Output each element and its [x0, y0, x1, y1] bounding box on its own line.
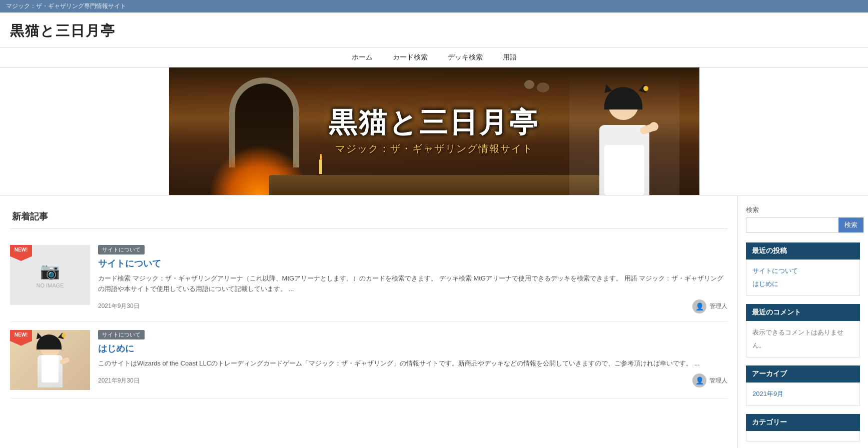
- content-area: 新着記事 NEW! 📷 NO IMAGE サイトについて サイトについて カード…: [0, 196, 868, 448]
- author-avatar-1: 👤: [692, 300, 706, 314]
- site-title-area: 黒猫と三日月亭: [0, 12, 868, 48]
- sidebar-archives: アーカイブ 2021年9月: [746, 366, 860, 406]
- hero-banner-subtitle: マジック：ザ・ギャザリング情報サイト: [335, 142, 533, 156]
- recent-posts-header: 最近の投稿: [746, 242, 860, 260]
- main-navigation: ホーム カード検索 デッキ検索 用語: [0, 48, 868, 68]
- archives-header: アーカイブ: [746, 366, 860, 382]
- author-avatar-2: 👤: [692, 374, 706, 388]
- sidebar-search-section: 検索 検索: [746, 206, 860, 232]
- article-author-1: 👤 管理人: [692, 300, 727, 314]
- categories-header: カテゴリー: [746, 414, 860, 431]
- nav-glossary[interactable]: 用語: [503, 53, 517, 62]
- archive-0[interactable]: 2021年9月: [752, 388, 853, 400]
- search-input[interactable]: [746, 218, 838, 232]
- recent-post-0[interactable]: サイトについて: [752, 264, 853, 278]
- sidebar-recent-comments: 最近のコメント 表示できるコメントはありません。: [746, 304, 860, 358]
- site-title: 黒猫と三日月亭: [10, 22, 858, 40]
- article-meta-1: 2021年9月30日 👤 管理人: [98, 300, 727, 314]
- article-excerpt-2: このサイトはWizards of the Coast LLCのトレーディングカー…: [98, 358, 727, 369]
- camera-icon: 📷: [40, 262, 60, 280]
- article-author-2: 👤 管理人: [692, 374, 727, 388]
- recent-comments-body: 表示できるコメントはありません。: [746, 321, 860, 358]
- article-card-2: NEW!: [10, 322, 727, 398]
- article-category-1: サイトについて: [98, 245, 145, 254]
- search-button[interactable]: 検索: [838, 218, 863, 232]
- article-excerpt-1: カード検索 マジック：ザ・ギャザリングアリーナ（これ以降、MtGアリーナとします…: [98, 274, 727, 294]
- recent-post-1[interactable]: はじめに: [752, 278, 853, 290]
- nav-card-search[interactable]: カード検索: [393, 53, 428, 62]
- article-thumbnail-2: NEW!: [10, 330, 90, 390]
- recent-posts-body: サイトについて はじめに: [746, 260, 860, 296]
- author-name-2: 管理人: [709, 376, 727, 385]
- main-wrapper: 新着記事 NEW! 📷 NO IMAGE サイトについて サイトについて カード…: [0, 196, 868, 448]
- nav-home[interactable]: ホーム: [352, 53, 373, 62]
- section-title: 新着記事: [10, 206, 727, 229]
- hero-banner: 黒猫と三日月亭 マジック：ザ・ギャザリング情報サイト: [169, 68, 699, 195]
- categories-body: [746, 431, 860, 442]
- sidebar-search-label: 検索: [746, 206, 860, 214]
- top-bar-text: マジック：ザ・ギャザリング専門情報サイト: [6, 2, 126, 10]
- sidebar-search-row: 検索: [746, 218, 860, 232]
- article-content-2: サイトについて はじめに このサイトはWizards of the Coast …: [98, 330, 727, 390]
- banner-wrapper: 黒猫と三日月亭 マジック：ザ・ギャザリング情報サイト: [0, 68, 868, 196]
- sidebar-recent-posts: 最近の投稿 サイトについて はじめに: [746, 242, 860, 296]
- new-badge-1: NEW!: [10, 245, 32, 261]
- article-thumbnail-1: NEW! 📷 NO IMAGE: [10, 245, 90, 305]
- main-content: 新着記事 NEW! 📷 NO IMAGE サイトについて サイトについて カード…: [0, 196, 738, 448]
- no-image-text: NO IMAGE: [36, 282, 64, 288]
- article-category-2: サイトについて: [98, 330, 145, 340]
- top-bar: マジック：ザ・ギャザリング専門情報サイト: [0, 0, 868, 12]
- banner-inner: 黒猫と三日月亭 マジック：ザ・ギャザリング情報サイト: [169, 68, 699, 195]
- no-comments-text: 表示できるコメントはありません。: [752, 328, 843, 349]
- sidebar-categories: カテゴリー: [746, 414, 860, 442]
- article-date-2: 2021年9月30日: [98, 376, 140, 385]
- article-meta-2: 2021年9月30日 👤 管理人: [98, 374, 727, 388]
- hero-banner-title: 黒猫と三日月亭: [329, 107, 539, 138]
- author-name-1: 管理人: [709, 302, 727, 310]
- article-content-1: サイトについて サイトについて カード検索 マジック：ザ・ギャザリングアリーナ（…: [98, 245, 727, 314]
- article-title-2[interactable]: はじめに: [98, 342, 727, 354]
- sidebar: 検索 検索 最近の投稿 サイトについて はじめに 最近のコメント 表示できるコメ…: [738, 196, 868, 448]
- article-card: NEW! 📷 NO IMAGE サイトについて サイトについて カード検索 マジ…: [10, 237, 727, 322]
- hero-banner-content: 黒猫と三日月亭 マジック：ザ・ギャザリング情報サイト: [169, 68, 699, 195]
- archives-body: 2021年9月: [746, 382, 860, 406]
- nav-deck-search[interactable]: デッキ検索: [448, 53, 483, 62]
- recent-comments-header: 最近のコメント: [746, 304, 860, 321]
- article-date-1: 2021年9月30日: [98, 302, 140, 310]
- article-title-1[interactable]: サイトについて: [98, 258, 727, 270]
